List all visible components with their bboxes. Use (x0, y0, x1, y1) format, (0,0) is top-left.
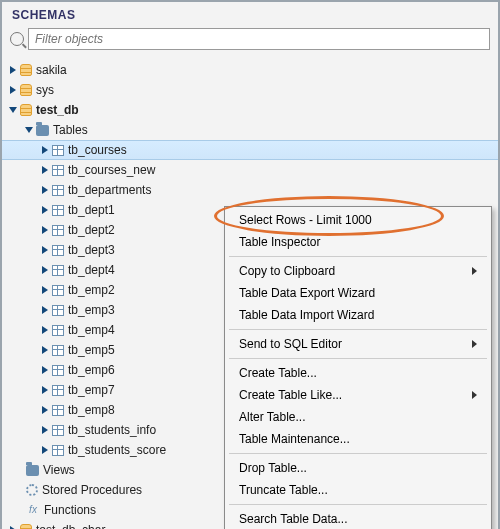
menu-search-table-data[interactable]: Search Table Data... (225, 508, 491, 529)
folder-label: Views (43, 463, 75, 477)
function-icon: fx (26, 504, 40, 516)
search-icon (10, 32, 24, 46)
table-label: tb_emp3 (68, 303, 115, 317)
menu-export-wizard[interactable]: Table Data Export Wizard (225, 282, 491, 304)
caret-icon (42, 406, 48, 414)
table-icon (52, 185, 64, 196)
table-label: tb_students_score (68, 443, 166, 457)
menu-table-inspector[interactable]: Table Inspector (225, 231, 491, 253)
table-label: tb_dept3 (68, 243, 115, 257)
panel-title: SCHEMAS (2, 2, 498, 26)
folder-icon (36, 125, 49, 136)
menu-separator (229, 256, 487, 257)
submenu-arrow-icon (472, 267, 477, 275)
schema-label: sys (36, 83, 54, 97)
filter-input[interactable] (28, 28, 490, 50)
table-label: tb_emp2 (68, 283, 115, 297)
table-label: tb_dept2 (68, 223, 115, 237)
table-label: tb_emp4 (68, 323, 115, 337)
table-node[interactable]: tb_courses_new (2, 160, 498, 180)
menu-import-wizard[interactable]: Table Data Import Wizard (225, 304, 491, 326)
schema-label: test_db (36, 103, 79, 117)
menu-send-sql[interactable]: Send to SQL Editor (225, 333, 491, 355)
table-icon (52, 245, 64, 256)
menu-select-rows[interactable]: Select Rows - Limit 1000 (225, 209, 491, 231)
caret-icon (42, 166, 48, 174)
table-label: tb_courses_new (68, 163, 155, 177)
caret-icon (10, 66, 16, 74)
table-label: tb_dept4 (68, 263, 115, 277)
submenu-arrow-icon (472, 391, 477, 399)
menu-copy-clipboard[interactable]: Copy to Clipboard (225, 260, 491, 282)
caret-icon (42, 306, 48, 314)
caret-icon (42, 246, 48, 254)
table-icon (52, 165, 64, 176)
caret-icon (10, 86, 16, 94)
table-label: tb_emp8 (68, 403, 115, 417)
database-icon (20, 84, 32, 96)
database-icon (20, 64, 32, 76)
caret-icon (42, 426, 48, 434)
caret-icon (42, 386, 48, 394)
table-icon (52, 345, 64, 356)
folder-label: Stored Procedures (42, 483, 142, 497)
table-label: tb_emp6 (68, 363, 115, 377)
table-label: tb_courses (68, 143, 127, 157)
menu-separator (229, 329, 487, 330)
table-icon (52, 225, 64, 236)
schema-node-sakila[interactable]: sakila (2, 60, 498, 80)
caret-down-icon (25, 127, 33, 133)
caret-icon (42, 146, 48, 154)
database-icon (20, 104, 32, 116)
menu-create-table[interactable]: Create Table... (225, 362, 491, 384)
filter-row (2, 26, 498, 56)
caret-icon (42, 206, 48, 214)
table-label: tb_emp7 (68, 383, 115, 397)
caret-icon (42, 346, 48, 354)
table-icon (52, 205, 64, 216)
caret-icon (42, 186, 48, 194)
submenu-arrow-icon (472, 340, 477, 348)
menu-separator (229, 358, 487, 359)
caret-icon (42, 326, 48, 334)
folder-label: Tables (53, 123, 88, 137)
caret-icon (42, 366, 48, 374)
schema-node-sys[interactable]: sys (2, 80, 498, 100)
table-node[interactable]: tb_departments (2, 180, 498, 200)
table-context-menu: Select Rows - Limit 1000 Table Inspector… (224, 206, 492, 529)
menu-separator (229, 504, 487, 505)
table-icon (52, 405, 64, 416)
menu-truncate-table[interactable]: Truncate Table... (225, 479, 491, 501)
schema-tree: sakila sys test_db Tables tb_courses (2, 56, 498, 529)
caret-icon (42, 446, 48, 454)
caret-icon (42, 286, 48, 294)
table-label: tb_dept1 (68, 203, 115, 217)
table-icon (52, 305, 64, 316)
caret-down-icon (9, 107, 17, 113)
table-icon (52, 425, 64, 436)
schema-label: test_db_char (36, 523, 105, 529)
schema-node-test-db[interactable]: test_db (2, 100, 498, 120)
gear-icon (26, 484, 38, 496)
table-icon (52, 365, 64, 376)
table-label: tb_departments (68, 183, 151, 197)
menu-alter-table[interactable]: Alter Table... (225, 406, 491, 428)
table-node-selected[interactable]: tb_courses (2, 140, 498, 160)
menu-create-table-like[interactable]: Create Table Like... (225, 384, 491, 406)
table-icon (52, 325, 64, 336)
folder-icon (26, 465, 39, 476)
caret-icon (42, 226, 48, 234)
schemas-panel: SCHEMAS sakila sys test_db Tables (0, 0, 500, 529)
menu-drop-table[interactable]: Drop Table... (225, 457, 491, 479)
table-label: tb_students_info (68, 423, 156, 437)
table-label: tb_emp5 (68, 343, 115, 357)
table-icon (52, 285, 64, 296)
folder-label: Functions (44, 503, 96, 517)
menu-separator (229, 453, 487, 454)
schema-label: sakila (36, 63, 67, 77)
tables-folder[interactable]: Tables (2, 120, 498, 140)
menu-table-maintenance[interactable]: Table Maintenance... (225, 428, 491, 450)
table-icon (52, 445, 64, 456)
table-icon (52, 265, 64, 276)
caret-icon (42, 266, 48, 274)
